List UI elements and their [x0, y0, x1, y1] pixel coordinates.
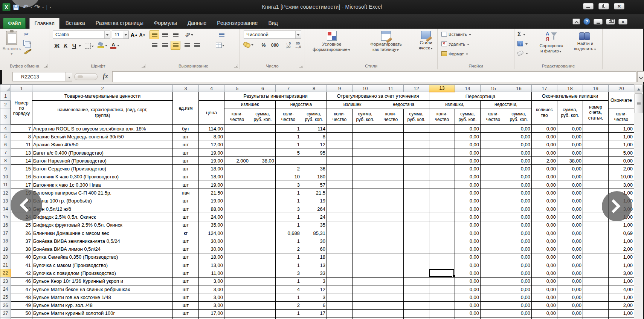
cell-num[interactable]: 15 — [11, 165, 32, 173]
cell-c6[interactable] — [250, 181, 276, 189]
cell-c10[interactable] — [353, 141, 378, 149]
cell-c6[interactable] — [250, 261, 276, 269]
row-header-17[interactable]: 17 — [0, 229, 11, 237]
scroll-up-button[interactable] — [635, 85, 642, 92]
cell-c7[interactable]: 1 — [276, 261, 301, 269]
cell-c16[interactable]: 0,00 — [506, 237, 532, 245]
cell-c13[interactable] — [429, 213, 455, 221]
cell-c15[interactable] — [481, 269, 506, 277]
cell-c16[interactable]: 0,00 — [506, 173, 532, 181]
cell-c8[interactable]: 6 — [301, 301, 327, 309]
cell-c16[interactable]: 0,00 — [506, 165, 532, 173]
cell-empty[interactable] — [11, 317, 32, 319]
cell-c16[interactable]: 0,00 — [506, 181, 532, 189]
column-header-13[interactable]: 13 — [429, 85, 455, 92]
cell-c18[interactable]: 0,00 — [557, 245, 583, 253]
cell-price[interactable]: 18,00 — [199, 253, 224, 261]
cell-c7[interactable]: 1 — [276, 221, 301, 229]
align-left-button[interactable] — [150, 41, 159, 50]
cell-c5[interactable] — [224, 189, 250, 197]
cell-name[interactable]: БонАква ВИВА земляника-мята 0,5/24 — [32, 237, 173, 245]
cell-empty[interactable] — [250, 317, 276, 319]
format-painter-button[interactable] — [24, 51, 29, 53]
cell-c17[interactable]: 0,00 — [532, 301, 557, 309]
cell-c11[interactable] — [378, 189, 404, 197]
cell-c18[interactable]: 0,00 — [557, 213, 583, 221]
cell-c16[interactable]: 0,00 — [506, 221, 532, 229]
cell-c18[interactable]: 0,00 — [557, 285, 583, 293]
cell-num[interactable]: 50 — [11, 309, 32, 317]
cell-c11[interactable] — [378, 285, 404, 293]
cell-empty[interactable] — [506, 317, 532, 319]
cell-c11[interactable] — [378, 149, 404, 156]
cell-c12[interactable] — [404, 133, 429, 141]
grow-font-button[interactable]: A▲ — [130, 31, 138, 39]
cell-empty[interactable] — [481, 317, 506, 319]
cell-unit[interactable]: шт — [173, 141, 199, 149]
cell-c13[interactable] — [429, 261, 455, 269]
cell-unit[interactable]: шт — [173, 197, 199, 205]
cell-c18[interactable]: 0,00 — [557, 181, 583, 189]
percent-style-button[interactable]: % — [259, 41, 268, 49]
cell-c5[interactable] — [224, 141, 250, 149]
cell-price[interactable]: 3,00 — [199, 285, 224, 293]
cell-c8[interactable] — [301, 157, 327, 165]
cell-c8[interactable]: 12 — [301, 285, 327, 293]
cell-c5[interactable] — [224, 165, 250, 173]
cell-price[interactable]: 19,00 — [199, 197, 224, 205]
align-bottom-button[interactable] — [171, 30, 180, 39]
cell-c16[interactable]: 0,00 — [506, 157, 532, 165]
cell-c19[interactable] — [583, 285, 609, 293]
cell-c16[interactable]: 0,00 — [506, 245, 532, 253]
cell-price[interactable]: 19,00 — [199, 149, 224, 156]
cell-c5[interactable]: 2,000 — [224, 157, 250, 165]
cell-c5[interactable] — [224, 269, 250, 277]
merge-center-button[interactable] — [212, 41, 229, 50]
cell-num[interactable]: 7 — [11, 125, 32, 133]
cell-c6[interactable] — [250, 213, 276, 221]
select-all-corner[interactable] — [0, 85, 11, 92]
cell-c5[interactable] — [224, 309, 250, 317]
cell-c19[interactable] — [583, 261, 609, 269]
row-header-18[interactable]: 18 — [0, 237, 11, 245]
formula-bar-splitter[interactable] — [74, 73, 98, 80]
cell-c16[interactable]: 0,00 — [506, 205, 532, 213]
cell-c9[interactable] — [327, 125, 353, 133]
cell-c11[interactable] — [378, 277, 404, 285]
cell-c16[interactable]: 0,00 — [506, 309, 532, 317]
cell-c9[interactable] — [327, 213, 353, 221]
orientation-button[interactable]: ab — [183, 30, 195, 39]
cell-c7[interactable]: 10 — [276, 173, 301, 181]
cell-c20[interactable]: 2,00 — [609, 165, 634, 173]
cell-price[interactable]: 12,00 — [199, 141, 224, 149]
cell-c12[interactable] — [404, 237, 429, 245]
cell-c9[interactable] — [327, 301, 353, 309]
cell-c7[interactable]: 2 — [276, 165, 301, 173]
cell-c5[interactable] — [224, 125, 250, 133]
font-name-dropdown-icon[interactable] — [104, 31, 110, 38]
cell-unit[interactable]: шт — [173, 261, 199, 269]
cell-c12[interactable] — [404, 181, 429, 189]
cell-c19[interactable] — [583, 149, 609, 156]
cell-unit[interactable]: бут — [173, 125, 199, 133]
cell-c5[interactable] — [224, 221, 250, 229]
cell-c20[interactable]: 3,00 — [609, 181, 634, 189]
close-button[interactable]: ✕ — [614, 3, 624, 9]
font-color-button[interactable]: А — [110, 42, 120, 48]
cell-c14[interactable]: 0,00 — [455, 149, 481, 156]
row-header-14[interactable]: 14 — [0, 205, 11, 213]
cell-num[interactable]: 17 — [11, 181, 32, 189]
cell-c7[interactable]: 1 — [276, 141, 301, 149]
cell-c15[interactable] — [481, 253, 506, 261]
formula-input[interactable] — [112, 71, 636, 82]
clipboard-dialog-launcher[interactable] — [44, 64, 47, 68]
row-header-19[interactable]: 19 — [0, 245, 11, 253]
cell-c10[interactable] — [353, 221, 378, 229]
cell-c6[interactable] — [250, 133, 276, 141]
cell-c18[interactable]: 0,00 — [557, 301, 583, 309]
cell-unit[interactable]: шт — [173, 245, 199, 253]
cell-c19[interactable] — [583, 157, 609, 165]
align-middle-button[interactable] — [160, 30, 170, 39]
cell-c6[interactable] — [250, 269, 276, 277]
cell-c6[interactable] — [250, 229, 276, 237]
